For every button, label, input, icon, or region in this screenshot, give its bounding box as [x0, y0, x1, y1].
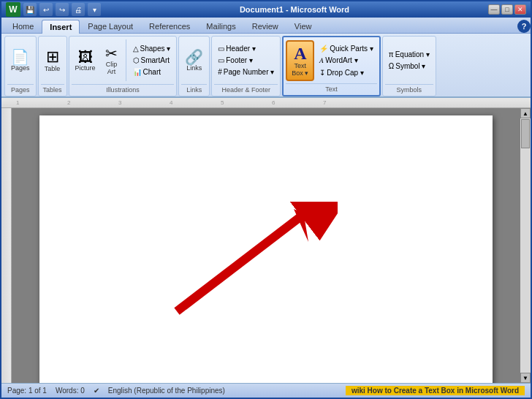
- smartart-label: SmartArt: [141, 56, 170, 64]
- pages-button[interactable]: 📄 Pages: [7, 48, 34, 74]
- footer-button[interactable]: ▭ Footer ▾: [214, 55, 278, 66]
- redo-btn[interactable]: ↪: [56, 3, 69, 16]
- tab-review[interactable]: Review: [244, 19, 286, 33]
- tables-group-label: Tables: [41, 84, 64, 94]
- pages-group-label: Pages: [7, 84, 34, 94]
- symbol-button[interactable]: Ω Symbol ▾: [385, 61, 433, 72]
- chart-icon: 📊: [133, 68, 142, 76]
- text-group-label: Text: [286, 83, 376, 94]
- symbols-group-label: Symbols: [385, 84, 433, 94]
- quick-parts-icon: ⚡: [319, 45, 328, 53]
- wordart-label: WordArt ▾: [325, 56, 357, 64]
- drop-cap-icon: ↧: [319, 69, 325, 77]
- links-button[interactable]: 🔗 Links: [181, 48, 207, 74]
- scroll-thumb[interactable]: [521, 119, 530, 148]
- header-footer-content: ▭ Header ▾ ▭ Footer ▾ # Page Number ▾: [214, 38, 278, 83]
- language-status: English (Republic of the Philippines): [108, 387, 225, 395]
- table-icon: ⊞: [46, 49, 59, 65]
- smartart-button[interactable]: ⬡ SmartArt: [129, 55, 175, 66]
- header-footer-group-label: Header & Footer: [214, 84, 278, 94]
- text-box-icon: A: [294, 45, 306, 62]
- scroll-down-btn[interactable]: ▼: [520, 373, 531, 383]
- tab-insert[interactable]: Insert: [42, 20, 80, 34]
- wiki-label: wiki How to Create a Text Box in Microso…: [346, 386, 525, 395]
- equation-icon: π: [389, 50, 394, 58]
- tab-mailings[interactable]: Mailings: [198, 19, 243, 33]
- save-quick-btn[interactable]: 💾: [23, 3, 37, 16]
- pages-label: Pages: [11, 64, 30, 72]
- picture-button[interactable]: 🖼 Picture: [72, 48, 99, 74]
- text-col: ⚡ Quick Parts ▾ 𝐴 WordArt ▾ ↧ Drop Cap ▾: [316, 43, 376, 78]
- page-number-label: Page Number ▾: [224, 68, 274, 76]
- links-label: Links: [186, 64, 202, 72]
- equation-label: Equation ▾: [395, 50, 430, 58]
- symbol-label: Symbol ▾: [395, 62, 425, 70]
- ruler-vertical: [1, 108, 12, 383]
- picture-label: Picture: [75, 64, 96, 72]
- scroll-up-btn[interactable]: ▲: [520, 108, 531, 118]
- status-bar: Page: 1 of 1 Words: 0 ✔ English (Republi…: [1, 383, 531, 398]
- shapes-button[interactable]: △ Shapes ▾: [129, 43, 175, 54]
- ribbon-section: Home Insert Page Layout References Maili…: [1, 18, 531, 98]
- pages-icon: 📄: [11, 50, 29, 64]
- ruler-mark: 3: [118, 99, 121, 106]
- clip-art-label: ClipArt: [106, 61, 118, 75]
- symbols-group: π Equation ▾ Ω Symbol ▾ Symbols: [382, 36, 436, 96]
- tab-view[interactable]: View: [286, 19, 320, 33]
- print-btn[interactable]: 🖨: [72, 3, 85, 16]
- ribbon-body: 📄 Pages Pages ⊞ Table Tables: [1, 34, 531, 98]
- title-bar-left: W 💾 ↩ ↪ 🖨 ▾: [6, 2, 101, 17]
- title-bar: W 💾 ↩ ↪ 🖨 ▾ Document1 - Microsoft Word —…: [1, 1, 531, 18]
- tab-home[interactable]: Home: [4, 19, 42, 33]
- page-number-button[interactable]: # Page Number ▾: [214, 66, 278, 77]
- smartart-icon: ⬡: [133, 56, 140, 64]
- symbols-col: π Equation ▾ Ω Symbol ▾: [385, 49, 433, 72]
- header-label: Header ▾: [226, 45, 256, 53]
- pages-group: 📄 Pages Pages: [4, 36, 37, 96]
- text-group-content: A TextBox ▾ ⚡ Quick Parts ▾ 𝐴 WordArt ▾: [286, 39, 376, 82]
- close-btn[interactable]: ✕: [514, 4, 526, 15]
- minimize-btn[interactable]: —: [488, 4, 500, 15]
- sep1: [126, 39, 126, 81]
- page-status: Page: 1 of 1: [7, 387, 47, 395]
- tab-page-layout[interactable]: Page Layout: [80, 19, 141, 33]
- shapes-label: Shapes ▾: [140, 45, 171, 53]
- ruler-mark: 5: [221, 99, 224, 106]
- ruler-marks: 1 2 3 4 5 6 7: [16, 98, 516, 108]
- table-button[interactable]: ⊞ Table: [41, 47, 64, 75]
- illustrations-group-content: 🖼 Picture ✂ ClipArt △ Shapes ▾: [72, 38, 175, 83]
- quick-parts-button[interactable]: ⚡ Quick Parts ▾: [316, 43, 376, 54]
- clip-art-button[interactable]: ✂ ClipArt: [101, 44, 123, 77]
- ruler-mark: 6: [272, 99, 275, 106]
- footer-icon: ▭: [218, 56, 224, 64]
- drop-cap-button[interactable]: ↧ Drop Cap ▾: [316, 67, 376, 78]
- symbols-group-content: π Equation ▾ Ω Symbol ▾: [385, 38, 433, 83]
- chart-button[interactable]: 📊 Chart: [129, 66, 175, 77]
- help-button[interactable]: ?: [517, 20, 531, 33]
- wordart-button[interactable]: 𝐴 WordArt ▾: [316, 55, 376, 66]
- links-icon: 🔗: [185, 50, 203, 64]
- document-scroll[interactable]: [12, 108, 520, 383]
- header-footer-col: ▭ Header ▾ ▭ Footer ▾ # Page Number ▾: [214, 43, 278, 77]
- text-box-button[interactable]: A TextBox ▾: [286, 40, 314, 81]
- links-group-content: 🔗 Links: [181, 38, 207, 83]
- illustrations-group: 🖼 Picture ✂ ClipArt △ Shapes ▾: [69, 36, 178, 96]
- text-box-label: TextBox ▾: [292, 62, 308, 77]
- undo-btn[interactable]: ↩: [39, 3, 53, 16]
- header-footer-group: ▭ Header ▾ ▭ Footer ▾ # Page Number ▾: [211, 36, 281, 96]
- word-count: Words: 0: [56, 387, 85, 395]
- dropdown-arrow[interactable]: ▾: [88, 3, 101, 16]
- shapes-icon: △: [133, 45, 139, 53]
- scroll-track[interactable]: [520, 118, 531, 373]
- equation-button[interactable]: π Equation ▾: [385, 49, 433, 60]
- scrollbar-vertical: ▲ ▼: [520, 108, 531, 383]
- maximize-btn[interactable]: □: [501, 4, 513, 15]
- app-window: W 💾 ↩ ↪ 🖨 ▾ Document1 - Microsoft Word —…: [0, 0, 532, 399]
- header-button[interactable]: ▭ Header ▾: [214, 43, 278, 54]
- header-icon: ▭: [218, 45, 224, 53]
- ruler-mark: 1: [16, 99, 19, 106]
- ribbon-tabs: Home Insert Page Layout References Maili…: [1, 18, 531, 34]
- tab-references[interactable]: References: [141, 19, 198, 33]
- window-title: Document1 - Microsoft Word: [101, 5, 488, 14]
- quick-parts-label: Quick Parts ▾: [330, 45, 373, 53]
